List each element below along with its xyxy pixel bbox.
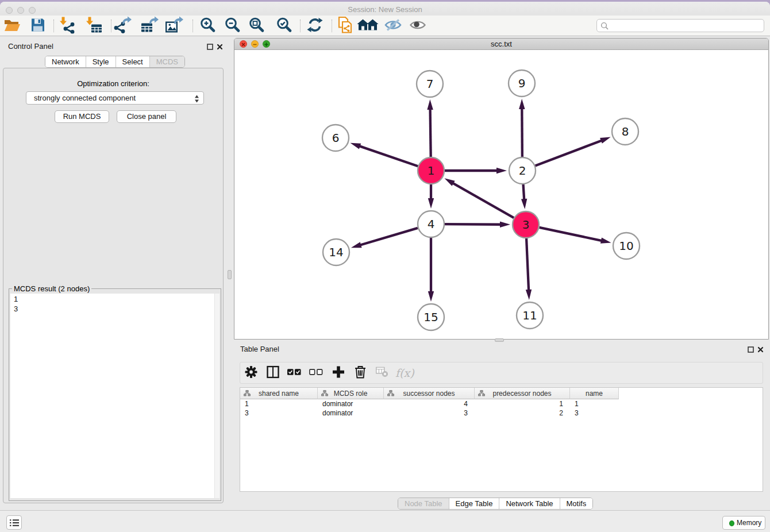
tab-mcds[interactable]: MCDS — [149, 56, 184, 67]
close-table-panel-icon[interactable] — [757, 346, 764, 354]
node-table: shared nameMCDS rolesuccessor nodesprede… — [240, 387, 763, 492]
function-builder-icon[interactable]: f(x) — [395, 367, 414, 379]
import-table-icon[interactable] — [85, 16, 102, 35]
graph-node-4[interactable]: 4 — [418, 211, 444, 237]
graph-edge-1-6[interactable] — [359, 146, 418, 167]
result-scrollbar[interactable] — [214, 294, 220, 498]
close-panel-button[interactable]: Close panel — [117, 110, 176, 123]
graph-edge-2-3[interactable] — [523, 184, 525, 201]
svg-text:2: 2 — [519, 164, 526, 178]
graph-node-8[interactable]: 8 — [612, 118, 638, 145]
save-session-icon[interactable] — [30, 17, 46, 34]
mcds-result-text[interactable]: 1 3 — [10, 294, 220, 498]
svg-text:1: 1 — [428, 164, 435, 178]
table-row[interactable]: 1dominator411 — [240, 399, 763, 408]
delete-table-icon[interactable] — [376, 367, 388, 379]
select-all-icon[interactable] — [287, 369, 301, 377]
edge-arrowhead — [428, 291, 434, 302]
zoom-in-icon[interactable] — [200, 17, 216, 34]
svg-text:9: 9 — [518, 76, 526, 90]
mcds-result-group: MCDS result (2 nodes) 1 3 — [9, 288, 221, 501]
float-panel-icon[interactable] — [207, 43, 213, 52]
column-header-MCDS-role[interactable]: MCDS role — [318, 388, 384, 399]
float-table-panel-icon[interactable] — [748, 346, 754, 354]
graph-edge-3-1[interactable] — [452, 183, 514, 218]
column-header-name[interactable]: name — [570, 388, 619, 399]
graph-node-11[interactable]: 11 — [517, 302, 543, 329]
table-row[interactable]: 3dominator323 — [240, 408, 763, 418]
graph-node-6[interactable]: 6 — [322, 125, 349, 151]
graph-edge-1-7[interactable] — [430, 108, 431, 157]
export-network-icon[interactable] — [113, 16, 132, 35]
memory-button[interactable]: Memory — [722, 516, 765, 530]
show-hidden-icon[interactable] — [410, 20, 426, 32]
export-image-icon[interactable] — [165, 16, 183, 35]
table-tabs: Node TableEdge TableNetwork TableMotifs — [398, 498, 593, 510]
edge-arrowhead — [496, 168, 507, 174]
edge-arrowhead — [444, 178, 455, 186]
main-titlebar: Session: New Session — [0, 2, 770, 16]
horizontal-splitter-handle[interactable] — [495, 338, 504, 342]
mcds-result-title: MCDS result (2 nodes) — [12, 284, 91, 293]
graph-node-14[interactable]: 14 — [323, 239, 349, 265]
memory-status-icon — [729, 521, 734, 526]
graph-edge-3-11[interactable] — [526, 238, 529, 291]
import-network-icon[interactable] — [59, 16, 76, 35]
table-tab-node-table[interactable]: Node Table — [398, 498, 449, 509]
column-header-shared-name[interactable]: shared name — [240, 388, 318, 399]
vertical-splitter-handle[interactable] — [228, 270, 232, 279]
graph-edge-2-8[interactable] — [535, 140, 602, 166]
refresh-icon[interactable] — [307, 17, 323, 34]
home-view-icon[interactable] — [357, 18, 379, 33]
table-tab-edge-table[interactable]: Edge Table — [449, 498, 499, 509]
show-columns-icon[interactable] — [267, 366, 279, 380]
tab-style[interactable]: Style — [86, 56, 116, 67]
graph-node-15[interactable]: 15 — [418, 304, 444, 330]
hide-selected-icon[interactable] — [384, 18, 402, 33]
zoom-fit-icon[interactable] — [249, 17, 265, 34]
edge-arrowhead — [526, 290, 532, 300]
svg-text:10: 10 — [619, 239, 633, 253]
tab-select[interactable]: Select — [116, 56, 149, 67]
table-tab-network-table[interactable]: Network Table — [499, 498, 559, 509]
tab-network[interactable]: Network — [45, 56, 86, 67]
run-mcds-button[interactable]: Run MCDS — [55, 110, 109, 123]
graph-edge-4-3[interactable] — [445, 224, 502, 225]
table-tab-motifs[interactable]: Motifs — [560, 498, 593, 509]
svg-text:6: 6 — [332, 131, 340, 145]
delete-column-icon[interactable] — [355, 365, 366, 381]
column-header-successor-nodes[interactable]: successor nodes — [384, 388, 475, 399]
deselect-all-icon[interactable] — [309, 369, 323, 377]
criterion-select[interactable]: strongly connected component — [26, 91, 204, 105]
table-header: shared nameMCDS rolesuccessor nodesprede… — [240, 388, 763, 399]
graph-edge-2-9[interactable] — [522, 107, 522, 157]
graph-edge-4-14[interactable] — [359, 228, 418, 245]
close-control-panel-icon[interactable] — [217, 43, 223, 52]
control-tabs: NetworkStyleSelectMCDS — [45, 56, 185, 68]
svg-text:11: 11 — [522, 309, 537, 322]
graph-edge-3-10[interactable] — [539, 228, 602, 241]
table-settings-icon[interactable] — [245, 366, 257, 380]
task-history-button[interactable] — [6, 515, 22, 530]
graph-node-1[interactable]: 1 — [418, 157, 444, 184]
clone-network-icon[interactable] — [336, 16, 353, 35]
graph-node-9[interactable]: 9 — [509, 70, 535, 97]
table-panel: Table Panel f(x) shared nameMCDS rolesuc… — [234, 343, 769, 510]
zoom-selected-icon[interactable] — [276, 17, 292, 34]
graph-node-2[interactable]: 2 — [509, 157, 536, 184]
toolbar-separator — [300, 20, 301, 32]
graph-node-10[interactable]: 10 — [613, 233, 640, 259]
window-title: Session: New Session — [0, 5, 770, 14]
zoom-out-icon[interactable] — [225, 17, 241, 34]
graph-node-7[interactable]: 7 — [417, 71, 443, 97]
add-column-icon[interactable] — [332, 366, 345, 380]
search-input[interactable] — [596, 19, 764, 32]
export-table-icon[interactable] — [140, 16, 159, 35]
network-canvas[interactable]: 7968124314101511 — [234, 50, 768, 339]
network-graph: 7968124314101511 — [234, 50, 768, 339]
graph-node-3[interactable]: 3 — [513, 211, 539, 238]
network-window-titlebar[interactable]: scc.txt — [234, 38, 768, 50]
column-header-predecessor-nodes[interactable]: predecessor nodes — [475, 388, 570, 399]
svg-text:4: 4 — [428, 217, 435, 231]
open-session-icon[interactable] — [3, 17, 21, 34]
